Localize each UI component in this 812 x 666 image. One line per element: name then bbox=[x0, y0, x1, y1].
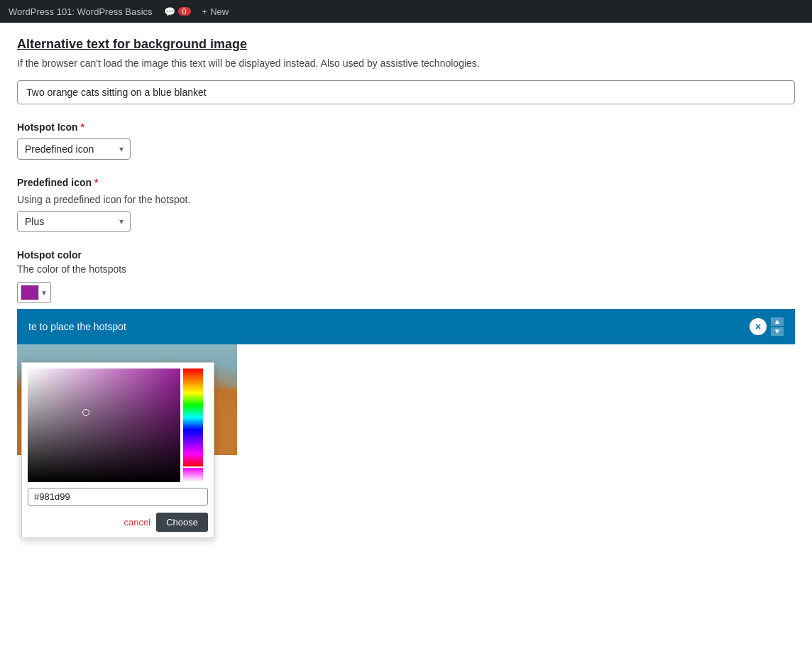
comments-icon: 💬 bbox=[164, 6, 175, 17]
comments-link[interactable]: 💬 0 bbox=[164, 6, 191, 17]
color-sliders bbox=[183, 369, 203, 482]
color-hex-row bbox=[28, 488, 208, 506]
blue-info-bar: te to place the hotspot × ▲ ▼ bbox=[17, 309, 795, 344]
predefined-icon-select-wrapper: Plus Minus Arrow Star Heart ▾ bbox=[17, 211, 131, 232]
hotspot-icon-select[interactable]: Predefined icon Custom icon None bbox=[17, 138, 131, 160]
hue-slider[interactable] bbox=[183, 369, 203, 466]
alt-text-input[interactable] bbox=[17, 80, 795, 104]
color-picker-body bbox=[28, 369, 208, 482]
color-swatch-preview bbox=[21, 285, 39, 300]
info-bar-text: te to place the hotspot bbox=[28, 321, 126, 332]
hotspot-icon-label: Hotspot Icon * bbox=[17, 121, 795, 133]
close-circle-icon: × bbox=[750, 318, 767, 335]
color-hex-input[interactable] bbox=[28, 488, 208, 506]
predefined-icon-description: Using a predefined icon for the hotspot. bbox=[17, 194, 795, 205]
choose-button[interactable]: Choose bbox=[156, 513, 208, 532]
color-gradient-dark bbox=[28, 369, 180, 482]
dropdown-arrow-icon: ▼ bbox=[40, 289, 48, 297]
admin-bar: WordPress 101: WordPress Basics 💬 0 + Ne… bbox=[0, 0, 812, 23]
hotspot-color-title: Hotspot color bbox=[17, 249, 795, 261]
hotspot-color-description: The color of the hotspots bbox=[17, 263, 795, 275]
comments-count: 0 bbox=[178, 7, 191, 16]
required-star-2: * bbox=[94, 177, 98, 188]
alt-text-description: If the browser can't load the image this… bbox=[17, 58, 795, 69]
cancel-button[interactable]: cancel bbox=[124, 517, 151, 528]
required-star: * bbox=[81, 121, 84, 133]
color-sv-canvas[interactable] bbox=[28, 369, 180, 482]
hotspot-color-section: Hotspot color The color of the hotspots … bbox=[17, 249, 795, 303]
new-menu[interactable]: + New bbox=[202, 6, 229, 17]
color-picker-actions: cancel Choose bbox=[28, 513, 208, 532]
alpha-slider[interactable] bbox=[183, 468, 203, 482]
bar-arrows: ▲ ▼ bbox=[771, 317, 784, 336]
close-icon: × bbox=[755, 321, 761, 332]
predefined-icon-select[interactable]: Plus Minus Arrow Star Heart bbox=[17, 211, 131, 232]
alt-text-heading: Alternative text for background image bbox=[17, 37, 795, 52]
main-content: Alternative text for background image If… bbox=[0, 23, 812, 666]
predefined-icon-label: Predefined icon * bbox=[17, 177, 795, 188]
new-label: New bbox=[210, 6, 229, 17]
alt-text-section: Alternative text for background image If… bbox=[17, 37, 795, 121]
close-button[interactable]: × bbox=[750, 318, 767, 335]
site-title: WordPress 101: WordPress Basics bbox=[9, 6, 153, 17]
hotspot-icon-select-wrapper: Predefined icon Custom icon None ▾ bbox=[17, 138, 131, 160]
hotspot-icon-section: Hotspot Icon * Predefined icon Custom ic… bbox=[17, 121, 795, 177]
color-swatch-button[interactable]: ▼ bbox=[17, 282, 51, 303]
predefined-icon-section: Predefined icon * Using a predefined ico… bbox=[17, 177, 795, 249]
up-arrow-button[interactable]: ▲ bbox=[771, 317, 784, 326]
plus-icon: + bbox=[202, 6, 208, 17]
info-bar-controls: × ▲ ▼ bbox=[750, 317, 784, 336]
down-arrow-button[interactable]: ▼ bbox=[771, 327, 784, 336]
color-picker-popup: cancel Choose bbox=[21, 362, 214, 538]
